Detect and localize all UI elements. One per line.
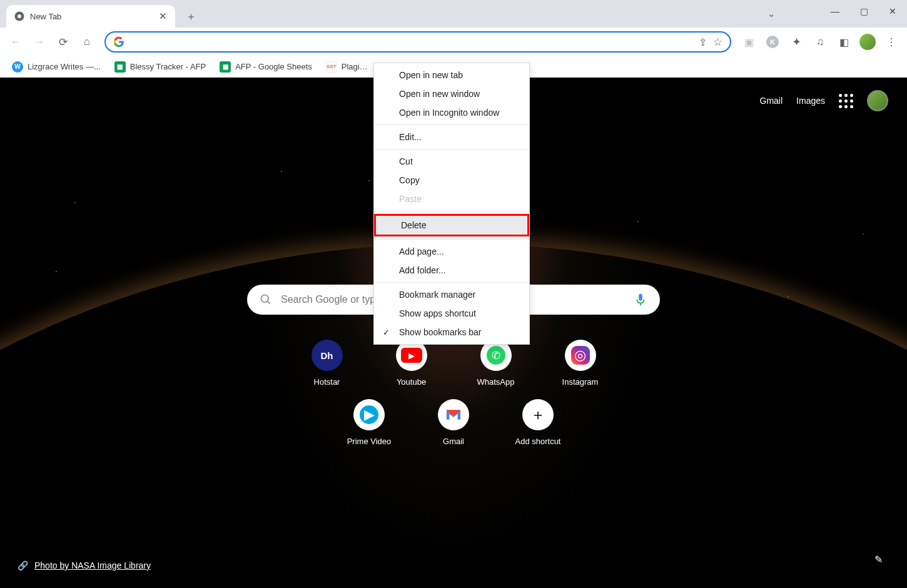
share-icon[interactable]: ⇪ [699,36,707,48]
attribution-link[interactable]: Photo by NASA Image Library [34,560,151,570]
home-button[interactable]: ⌂ [78,33,96,51]
shortcuts-row-1: Dh Hotstar ▶ Youtube ✆ WhatsApp ◎ Instag… [285,340,622,387]
side-panel-icon[interactable]: ◧ [834,33,853,51]
profile-avatar[interactable] [858,33,877,51]
bookmark-context-menu: Open in new tab Open in new window Open … [373,63,530,345]
svg-line-3 [268,302,270,304]
ctx-copy[interactable]: Copy [374,171,529,190]
ctx-delete[interactable]: Delete [374,214,529,236]
tab-title: New Tab [30,12,153,21]
bookmark-label: Blessy Tracker - AFP [130,62,206,71]
bookmark-item[interactable]: ▦ Blessy Tracker - AFP [110,59,210,75]
hotstar-icon: Dh [312,340,343,371]
tab-search-chevron-icon[interactable]: ⌄ [768,8,776,19]
gmail-link[interactable]: Gmail [760,96,783,106]
bookmark-item[interactable]: SST Plagi… [322,59,372,75]
sheets-icon: ▦ [114,61,126,73]
google-g-icon [113,36,124,48]
customize-button[interactable]: ✎ [867,548,889,570]
link-icon: 🔗 [18,560,28,570]
ctx-cut[interactable]: Cut [374,152,529,171]
shortcut-label: Youtube [397,377,426,387]
new-tab-button[interactable]: ＋ [181,7,200,26]
images-link[interactable]: Images [796,96,825,106]
extension-k-icon[interactable]: K [763,33,782,51]
instagram-icon: ◎ [565,340,596,371]
ctx-add-folder[interactable]: Add folder... [374,261,529,280]
close-tab-icon[interactable]: ✕ [158,11,168,21]
ctx-edit[interactable]: Edit... [374,128,529,146]
back-button[interactable]: ← [6,33,25,51]
ctx-show-bookmarks-bar[interactable]: ✓Show bookmarks bar [374,323,529,342]
shortcut-prime-video[interactable]: ▶ Prime Video [335,399,403,446]
voice-search-icon[interactable] [634,293,647,307]
background-attribution: 🔗 Photo by NASA Image Library [18,560,151,570]
shortcut-gmail[interactable]: Gmail [419,399,488,446]
shortcut-label: Hotstar [314,377,340,387]
chrome-icon [14,11,25,22]
wordpress-icon: W [12,61,23,73]
address-input[interactable] [131,37,692,47]
shortcuts-row-2: ▶ Prime Video Gmail ＋ Add shortcut [327,399,580,446]
plus-icon: ＋ [522,399,554,430]
apps-launcher-icon[interactable] [839,94,853,108]
ctx-open-new-window[interactable]: Open in new window [374,84,529,103]
browser-tab[interactable]: New Tab ✕ [6,5,175,28]
ctx-bookmark-manager[interactable]: Bookmark manager [374,285,529,304]
extension-square-icon[interactable]: ▣ [739,33,758,51]
ctx-separator [374,211,529,211]
shortcut-label: Prime Video [347,437,392,446]
sheets-icon: ▦ [220,61,231,73]
svg-point-2 [261,295,269,303]
shortcut-label: WhatsApp [477,377,515,387]
add-shortcut-button[interactable]: ＋ Add shortcut [504,399,572,446]
check-icon: ✓ [383,328,390,337]
bookmark-label: Lizgrace Writes —... [28,62,101,71]
bookmark-star-icon[interactable]: ☆ [713,36,722,49]
ctx-add-page[interactable]: Add page... [374,242,529,261]
search-icon [260,293,272,306]
ctx-open-new-tab[interactable]: Open in new tab [374,66,529,84]
media-control-icon[interactable]: ♫ [811,33,829,51]
sst-icon: SST [326,61,337,73]
ctx-show-apps-shortcut[interactable]: Show apps shortcut [374,304,529,323]
extensions-puzzle-icon[interactable]: ✦ [787,33,806,51]
ctx-paste: Paste [374,190,529,208]
reload-button[interactable]: ⟳ [54,33,73,51]
bookmark-item[interactable]: W Lizgrace Writes —... [8,59,105,75]
ctx-separator [374,282,529,283]
gmail-icon [438,399,469,430]
prime-video-icon: ▶ [353,399,385,430]
shortcut-hotstar[interactable]: Dh Hotstar [293,340,362,387]
window-controls: ― ▢ ✕ [821,0,907,23]
shortcut-label: Add shortcut [515,437,561,446]
menu-dots-icon[interactable]: ⋮ [882,33,901,51]
minimize-button[interactable]: ― [821,0,849,23]
top-right-links: Gmail Images [760,90,888,111]
ctx-separator [374,149,529,150]
forward-button[interactable]: → [30,33,49,51]
ctx-separator [374,124,529,125]
shortcut-instagram[interactable]: ◎ Instagram [546,340,615,387]
ctx-separator [374,239,529,240]
account-avatar[interactable] [867,90,888,111]
maximize-button[interactable]: ▢ [849,0,878,23]
bookmark-label: Plagi… [342,62,368,71]
shortcut-youtube[interactable]: ▶ Youtube [377,340,446,387]
omnibox[interactable]: ⇪ ☆ [104,31,731,53]
bookmark-label: AFP - Google Sheets [235,62,312,71]
ctx-open-incognito[interactable]: Open in Incognito window [374,103,529,122]
svg-point-1 [18,14,21,18]
close-window-button[interactable]: ✕ [878,0,907,23]
toolbar: ← → ⟳ ⌂ ⇪ ☆ ▣ K ✦ ♫ ◧ ⋮ [0,28,907,56]
bookmark-item[interactable]: ▦ AFP - Google Sheets [215,59,317,75]
shortcut-label: Gmail [443,437,464,446]
shortcut-whatsapp[interactable]: ✆ WhatsApp [462,340,530,387]
shortcut-label: Instagram [562,377,599,387]
titlebar: New Tab ✕ ＋ ⌄ ― ▢ ✕ [0,0,907,28]
